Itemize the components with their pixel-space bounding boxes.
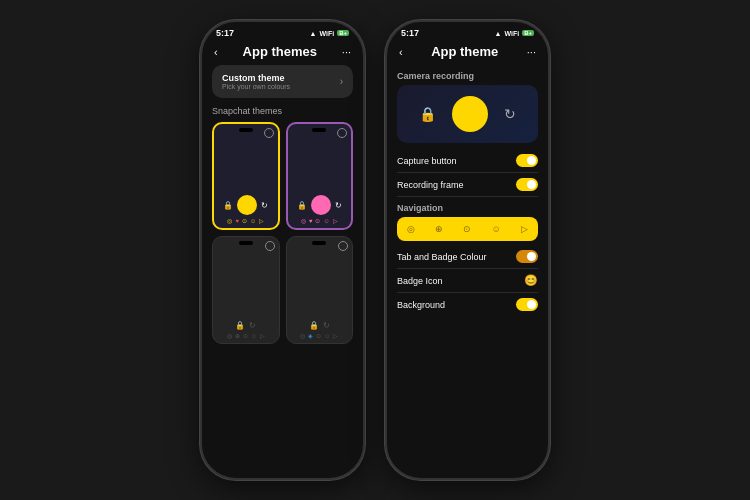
setting-tab-badge-colour: Tab and Badge Colour: [397, 245, 538, 269]
back-button-left[interactable]: ‹: [214, 46, 218, 58]
theme-check-yellow: [264, 128, 274, 138]
camera-recording-label: Camera recording: [397, 71, 538, 81]
nav-icon-2-yellow: ♥: [235, 218, 239, 224]
nav-icon-1-dark2: ◎: [300, 332, 305, 339]
nav-preview-icon-4: ☺: [492, 224, 501, 234]
screen-left: Custom theme Pick your own colours › Sna…: [202, 65, 363, 478]
nav-icon-2-dark2: ◈: [308, 332, 313, 339]
setting-capture-button: Capture button: [397, 149, 538, 173]
right-phone: 5:17 ▲ WiFi B+ ‹ App theme ··· Camera re…: [385, 20, 550, 480]
nav-icon-3-yellow: ⊙: [242, 217, 247, 224]
lock-icon-dark1: 🔒: [235, 321, 245, 330]
notch-mini: [239, 128, 253, 132]
nav-icon-3-purple: ⊙: [315, 217, 320, 224]
nav-icon-4-purple: ☺: [323, 218, 329, 224]
nav-preview-icon-2: ⊕: [435, 224, 443, 234]
nav-icon-3-dark1: ⊙: [243, 332, 248, 339]
nav-header-right: ‹ App theme ···: [387, 40, 548, 65]
theme-card-dark2[interactable]: 🔒 ↻ ◎ ◈ ⊙ ☺ ▷: [286, 236, 354, 344]
time-right: 5:17: [401, 28, 419, 38]
screen-right: Camera recording 🔒 ↻ Capture button Reco…: [387, 65, 548, 478]
nav-icon-1-dark1: ◎: [227, 332, 232, 339]
setting-badge-icon: Badge Icon 😊: [397, 269, 538, 293]
more-button-left[interactable]: ···: [342, 46, 351, 58]
left-phone: 5:17 ▲ WiFi B+ ‹ App themes ··· Custom t…: [200, 20, 365, 480]
nav-preview-icon-3: ⊙: [463, 224, 471, 234]
theme-check-dark2: [338, 241, 348, 251]
navigation-label: Navigation: [397, 203, 538, 213]
capture-circle-purple: [311, 195, 331, 215]
back-button-right[interactable]: ‹: [399, 46, 403, 58]
nav-icon-2-dark1: ⊕: [235, 332, 240, 339]
status-bar-left: 5:17 ▲ WiFi B+: [202, 22, 363, 40]
camera-preview: 🔒 ↻: [397, 85, 538, 143]
cam-capture-circle: [452, 96, 488, 132]
time-left: 5:17: [216, 28, 234, 38]
status-icons-left: ▲ WiFi B+: [310, 30, 350, 37]
notch-mini-purple: [312, 128, 326, 132]
custom-theme-row[interactable]: Custom theme Pick your own colours ›: [212, 65, 353, 98]
nav-preview-icon-5: ▷: [521, 224, 528, 234]
setting-background: Background: [397, 293, 538, 316]
flip-icon-dark1: ↻: [249, 321, 256, 330]
tab-badge-colour-label: Tab and Badge Colour: [397, 252, 487, 262]
nav-icon-3-dark2: ⊙: [316, 332, 321, 339]
theme-check-dark1: [265, 241, 275, 251]
nav-bar-preview: ◎ ⊕ ⊙ ☺ ▷: [397, 217, 538, 241]
page-title-right: App theme: [431, 44, 498, 59]
more-button-right[interactable]: ···: [527, 46, 536, 58]
custom-theme-title: Custom theme: [222, 73, 290, 83]
tab-badge-colour-toggle[interactable]: [516, 250, 538, 263]
setting-recording-frame: Recording frame: [397, 173, 538, 197]
nav-icon-4-dark2: ☺: [324, 333, 330, 339]
nav-icon-5-purple: ▷: [333, 217, 338, 224]
badge-icon-value[interactable]: 😊: [524, 274, 538, 287]
flip-cam-icon: ↻: [504, 106, 516, 122]
chevron-right-icon: ›: [340, 76, 343, 87]
nav-icon-1-yellow: ◎: [227, 217, 232, 224]
nav-icon-2-purple: ♥: [309, 218, 313, 224]
custom-theme-subtitle: Pick your own colours: [222, 83, 290, 90]
background-label: Background: [397, 300, 445, 310]
flip-icon-dark2: ↻: [323, 321, 330, 330]
nav-icon-1-purple: ◎: [301, 217, 306, 224]
capture-button-label: Capture button: [397, 156, 457, 166]
nav-icon-5-yellow: ▷: [259, 217, 264, 224]
flip-icon: ↻: [261, 201, 268, 210]
lock-cam-icon: 🔒: [419, 106, 436, 122]
lock-icon: 🔒: [223, 201, 233, 210]
theme-check-purple: [337, 128, 347, 138]
nav-header-left: ‹ App themes ···: [202, 40, 363, 65]
recording-frame-label: Recording frame: [397, 180, 464, 190]
status-bar-right: 5:17 ▲ WiFi B+: [387, 22, 548, 40]
flip-icon-purple: ↻: [335, 201, 342, 210]
custom-theme-text: Custom theme Pick your own colours: [222, 73, 290, 90]
page-title-left: App themes: [243, 44, 317, 59]
capture-circle-yellow: [237, 195, 257, 215]
status-icons-right: ▲ WiFi B+: [495, 30, 535, 37]
lock-icon-dark2: 🔒: [309, 321, 319, 330]
recording-frame-toggle[interactable]: [516, 178, 538, 191]
notch-mini-dark2: [312, 241, 326, 245]
theme-card-purple[interactable]: 🔒 ↻ ◎ ♥ ⊙ ☺ ▷: [286, 122, 354, 230]
theme-card-yellow[interactable]: 🔒 ↻ ◎ ♥ ⊙ ☺ ▷: [212, 122, 280, 230]
nav-icon-5-dark2: ▷: [333, 332, 338, 339]
themes-grid: 🔒 ↻ ◎ ♥ ⊙ ☺ ▷: [212, 122, 353, 344]
nav-preview-icon-1: ◎: [407, 224, 415, 234]
notch-mini-dark1: [239, 241, 253, 245]
nav-icon-4-dark1: ☺: [251, 333, 257, 339]
nav-icon-4-yellow: ☺: [250, 218, 256, 224]
theme-card-dark1[interactable]: 🔒 ↻ ◎ ⊕ ⊙ ☺ ▷: [212, 236, 280, 344]
nav-icon-5-dark1: ▷: [260, 332, 265, 339]
badge-icon-label: Badge Icon: [397, 276, 443, 286]
lock-icon-purple: 🔒: [297, 201, 307, 210]
background-toggle[interactable]: [516, 298, 538, 311]
snapchat-themes-label: Snapchat themes: [212, 106, 353, 116]
capture-button-toggle[interactable]: [516, 154, 538, 167]
